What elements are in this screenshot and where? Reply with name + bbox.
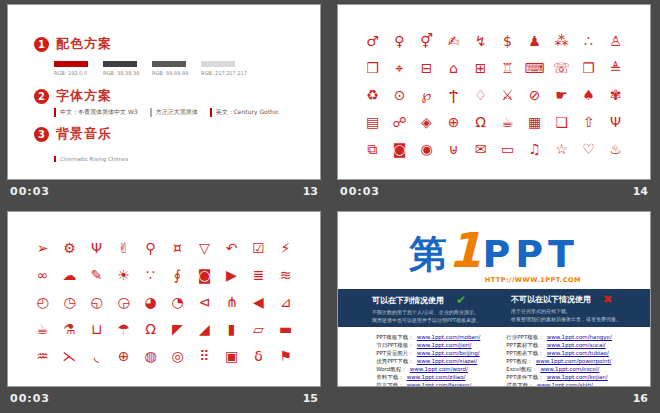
links-column-right: 行业PPT模板： www.1ppt.com/hangye/ PPT素材下载： w… [506,334,612,387]
padlock-icon: Ω [137,315,164,342]
link-label: 行业PPT模板： [506,334,544,342]
fax-machine-icon: ☏ [548,54,575,81]
running-person-icon: ↯ [467,27,494,54]
slide-thumbnail-14[interactable]: ♂ ♀ ⚥ ✍ ↯ $ ♟ ⁂ ∴ ♙ ❒ ⌖ [337,4,651,180]
license-allowed-column: 可以在下列情况使用 ✔ 不限次数的用于您个人/公司、企业的商业演示。 网页链接中… [372,294,487,327]
links-area: PPT模板下载： www.1ppt.com/moban/ 节日PPT模板： ww… [338,334,650,387]
font-scheme-entry: 方正正大黑简体 [150,108,198,117]
list-item-font-scheme: 2 字体方案 [34,87,112,105]
calculator-icon: ▦ [521,108,548,135]
person-location-icon: ♟ [521,27,548,54]
audience-icon: ∴ [575,27,602,54]
magnifier-icon: ⚲ [137,234,164,261]
link-url: www.1ppt.com/moban/ [417,334,481,342]
loudspeaker-icon: ◢ [191,315,218,342]
logo-di-character: 第 [409,229,447,280]
umbrella-icon: ☂ [110,315,137,342]
pie-chart-icon: ◕ [137,288,164,315]
list-item-background-music: 3 背景音乐 [34,125,112,143]
logo-website-url: HTTP://WWW.1PPT.COM [485,276,581,284]
picture-frame-icon: ▣ [218,342,245,369]
database-icon: ≋ [272,261,299,288]
team-icon: ⁂ [548,27,575,54]
link-row: 优秀PPT下载： www.1ppt.com/xiazai/ [376,358,480,366]
eye-outline-icon: ◎ [164,342,191,369]
camera-icon: ◙ [386,135,413,162]
people-group-icon: ⚥ [413,27,440,54]
wifi-icon: ♒ [29,342,56,369]
music-notes-icon: ♫ [521,135,548,162]
link-row: PPT素材下载： www.1ppt.com/sucai/ [506,342,612,350]
link-label: PPT背景图片： [376,350,414,358]
link-url: www.1ppt.com/sucai/ [547,342,606,350]
slide-thumbnail-15[interactable]: ➢ ⚙ Ψ ✌ ⚲ ¤ ▽ ↶ ☑ ⚡ ∞ ☁ [7,211,321,387]
copy-pages-icon: ❑ [548,108,575,135]
branch-icon: ✾ [602,81,629,108]
link-label: 范文下载： [376,382,404,387]
clock-icon: ◷ [56,288,83,315]
trophy-icon: Ψ [602,108,629,135]
slide-cell-15: ➢ ⚙ Ψ ✌ ⚲ ¤ ▽ ↶ ☑ ⚡ ∞ ☁ [0,207,330,413]
apple-icon: δ [245,342,272,369]
slide-number: 15 [303,392,318,405]
vintage-key-icon: Ϯ [440,81,467,108]
number-badge: 2 [34,89,49,104]
slide-cell-13: 1 配色方案 RGB: 192,0,0 RGB: 38,38,38 RGB: 8… [0,0,330,206]
slide-thumbnail-16[interactable]: 第 1 PPT HTTP://WWW.1PPT.COM 可以在下列情况使用 ✔ … [337,211,651,387]
link-row: PPT图表下载： www.1ppt.com/tubiao/ [506,350,612,358]
logo-number-one: 1 [448,222,481,278]
hospital-building-icon: ⌂ [440,54,467,81]
color-swatch-row: RGB: 192,0,0 RGB: 38,38,38 RGB: 89,89,89… [54,61,235,76]
license-bullet: 收集整理我们的素材后修改出售，或者免费传播。 [511,315,626,323]
swatch-rgb-label: RGB: 38,38,38 [103,70,137,76]
slide-number: 16 [633,392,648,405]
link-label: PPT素材下载： [506,342,544,350]
license-banner: 可以在下列情况使用 ✔ 不限次数的用于您个人/公司、企业的商业演示。 网页链接中… [338,289,650,327]
link-label: PPT课件下载： [506,374,544,382]
pie-chart-2-icon: ◔ [164,288,191,315]
water-drops-icon: ⠿ [191,342,218,369]
globe-grid-icon: ⊕ [440,108,467,135]
number-badge: 1 [34,37,49,52]
flag-icon: ⚑ [272,342,299,369]
link-row: 范文下载： www.1ppt.com/fanwen/ [376,382,480,387]
shopping-cart-icon: ⊔ [83,315,110,342]
check-icon: ✔ [456,294,466,306]
icon-grid-tools: ➢ ⚙ Ψ ✌ ⚲ ¤ ▽ ↶ ☑ ⚡ ∞ ☁ [29,234,299,369]
money-bag-icon: ¤ [164,234,191,261]
license-allowed-title: 可以在下列情况使用 [372,295,444,306]
slide-number: 14 [633,185,648,198]
sun-icon: ☀ [110,261,137,288]
crossed-tools-icon: ⚔ [494,81,521,108]
paper-plane-outline-icon: ⊿ [272,288,299,315]
icon-grid-business: ♂ ♀ ⚥ ✍ ↯ $ ♟ ⁂ ∴ ♙ ❒ ⌖ [359,27,629,162]
handshake-icon: ✌ [110,234,137,261]
location-pin-icon: ⌖ [386,54,413,81]
link-url: www.1ppt.com/beijing/ [417,350,480,358]
inbox-icon: ✉ [467,135,494,162]
link-row: 试卷下载： www.1ppt.com/shiti/ [506,382,612,387]
alarm-bell-icon: ◵ [83,288,110,315]
font-scheme-row: 中文：冬青黑体简体中文 W3 方正正大黑简体 英文：Century Gothic [54,108,279,117]
paper-cup-icon: ☕ [494,108,521,135]
gear-icon: ⚙ [56,234,83,261]
link-row: PPT背景图片： www.1ppt.com/beijing/ [376,350,480,358]
license-bullet: 网页链接中也可以使用并予以注明PPT模板来源。 [372,316,487,324]
battery-vertical-icon: ▮ [218,315,245,342]
slide-cell-16: 第 1 PPT HTTP://WWW.1PPT.COM 可以在下列情况使用 ✔ … [330,207,660,413]
bank-icon: ♖ [494,54,521,81]
price-tag-icon: ♢ [467,81,494,108]
brochure-icon: ❐ [575,54,602,81]
swatch-bar [103,61,137,67]
slide-thumbnail-13[interactable]: 1 配色方案 RGB: 192,0,0 RGB: 38,38,38 RGB: 8… [7,4,321,180]
film-clip-icon: ▶ [218,261,245,288]
lightning-icon: ⚡ [272,234,299,261]
license-forbidden-title: 不可以在以下情况使用 [511,294,591,305]
slide-timer: 00:03 [10,185,50,198]
coffee-cup-icon: ☕ [29,315,56,342]
link-url: www.1ppt.com/ziliao/ [407,374,466,382]
cloud-download-icon: ☁ [56,261,83,288]
link-row: 节日PPT模板： www.1ppt.com/jieri/ [376,342,480,350]
paperclip-icon: ∮ [164,261,191,288]
logo-ppt-text: PPT [482,232,579,276]
